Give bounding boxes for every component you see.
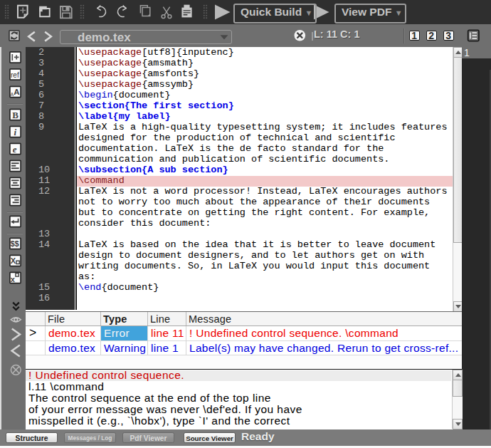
svg-text:e: e: [13, 144, 17, 155]
svg-text:B: B: [12, 110, 19, 120]
svg-text:ref: ref: [11, 71, 19, 79]
svg-text:i: i: [14, 127, 17, 137]
svg-text:A: A: [11, 92, 14, 97]
svg-text:A: A: [14, 88, 19, 96]
svg-text:X: X: [11, 256, 16, 265]
svg-text:$$: $$: [11, 239, 19, 248]
svg-text:x: x: [11, 275, 16, 283]
